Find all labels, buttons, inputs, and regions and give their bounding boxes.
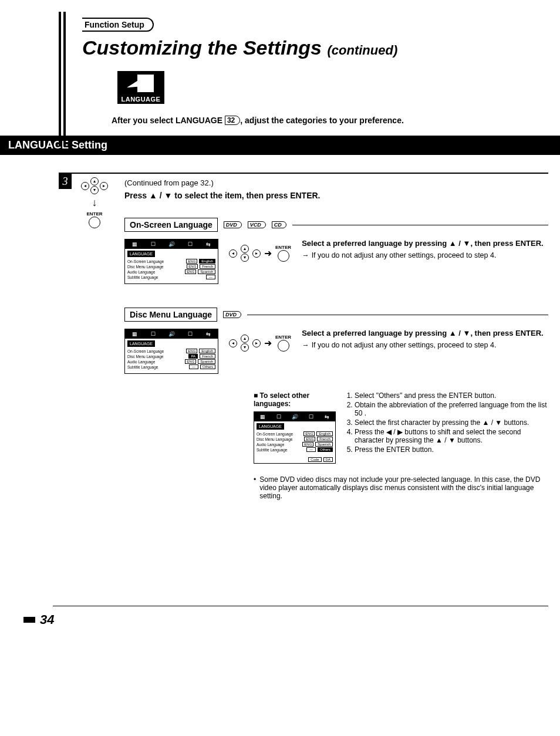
disc-menu-language-heading: Disc Menu Language — [124, 308, 217, 322]
section-tab: Function Setup — [82, 18, 154, 32]
continued-note: (Continued from page 32.) — [124, 178, 548, 187]
footnote: Some DVD video discs may not include you… — [254, 475, 548, 500]
onscreen-language-desc: Select a preferred language by pressing … — [302, 239, 548, 259]
other-languages-title: To select other languages: — [254, 391, 336, 408]
other-languages-steps: Select "Others" and press the ENTER butt… — [344, 391, 548, 455]
page-title: Customizing the Settings (continued) — [82, 36, 548, 59]
step-instruction: Press ▲ / ▼ to select the item, then pre… — [124, 191, 548, 200]
section-heading: LANGUAGE Setting — [0, 136, 560, 155]
step-number: 3 — [59, 174, 72, 189]
remote-nav-icon: ◂ ▴▾ ▸ ↓ ENTER — [74, 174, 115, 229]
disc-menu-language-desc: Select a preferred language by pressing … — [302, 329, 548, 349]
nav-sequence-icon: ◂ ▴▾ ▸ ➜ ENTER — [229, 329, 291, 352]
onscreen-language-heading: On-Screen Language — [124, 218, 218, 232]
intro-text: After you select LANGUAGE 32, adjust the… — [112, 116, 548, 125]
language-icon: LANGUAGE — [117, 71, 164, 104]
osd-screenshot: ▦☐🔊☐⇆ LANGUAGE On-Screen LanguageENGEngl… — [124, 239, 218, 284]
osd-screenshot: ▦☐🔊☐⇆ LANGUAGE On-Screen LanguageENGEngl… — [254, 411, 336, 464]
osd-screenshot: ▦☐🔊☐⇆ LANGUAGE On-Screen LanguageENGEngl… — [124, 329, 218, 374]
page-number: 34 — [23, 612, 548, 627]
nav-sequence-icon: ◂ ▴▾ ▸ ➜ ENTER — [229, 239, 291, 262]
